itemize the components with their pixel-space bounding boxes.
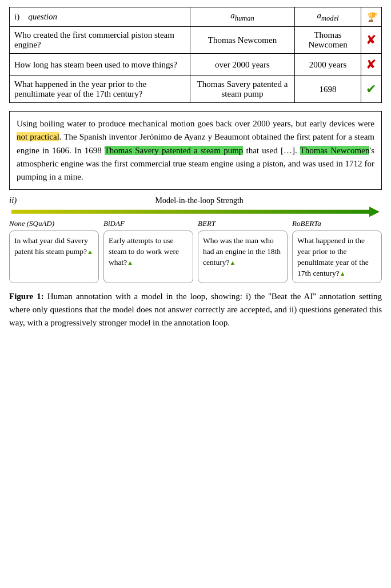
passage-hl2: Thomas Savery patented a steam pump <box>105 146 244 155</box>
strength-arrow-row <box>9 206 382 217</box>
table-cell-a-model: Thomas Newcomen <box>295 27 361 54</box>
passage-box: Using boiling water to produce mechanica… <box>9 111 382 190</box>
triangle-icon: ▲ <box>87 248 93 255</box>
table-cell-a-human: Thomas Newcomen <box>190 27 294 54</box>
model-column: RoBERTaWhat happened in the year prior t… <box>292 219 382 283</box>
table-header-trophy: 🏆 <box>361 7 381 27</box>
table-cell-question: How long has steam been used to move thi… <box>10 54 190 76</box>
triangle-icon: ▲ <box>340 270 346 277</box>
caption: Figure 1: Human annotation with a model … <box>9 290 382 330</box>
caption-text: Human annotation with a model in the loo… <box>9 292 382 328</box>
table-header-a-human: ahuman <box>190 7 294 27</box>
triangle-icon: ▲ <box>127 259 133 266</box>
table-cell-a-human: over 2000 years <box>190 54 294 76</box>
passage-text-before-hl1: Using boiling water to produce mechanica… <box>17 119 374 128</box>
table-cell-question: Who created the first commercial piston … <box>10 27 190 54</box>
model-card: In what year did Savery patent his steam… <box>9 231 99 283</box>
table-header-question: question <box>28 12 57 21</box>
model-card: Early attempts to use steam to do work w… <box>103 231 193 283</box>
model-label: RoBERTa <box>292 219 382 228</box>
section-ii-header: ii) Model-in-the-loop Strength <box>9 196 382 205</box>
table-row: Who created the first commercial piston … <box>10 27 382 54</box>
table-cell-correct: ✔ <box>361 76 381 103</box>
model-column: BiDAFEarly attempts to use steam to do w… <box>103 219 193 283</box>
table-header-a-model: amodel <box>295 7 361 27</box>
passage-text-after-hl2: that used […]. <box>243 146 300 155</box>
table-cell-correct: ✘ <box>361 27 381 54</box>
model-label: BiDAF <box>103 219 193 228</box>
table-header-index: i) question <box>10 7 190 27</box>
table-row: What happened in the year prior to the p… <box>10 76 382 103</box>
strength-arrow <box>11 206 380 217</box>
model-column: BERTWho was the man who had an engine in… <box>198 219 288 283</box>
cross-icon: ✘ <box>366 57 376 71</box>
table-cell-a-model: 2000 years <box>295 54 361 76</box>
checkmark-icon: ✔ <box>366 82 376 96</box>
triangle-icon: ▲ <box>229 259 236 266</box>
model-card: Who was the man who had an engine in the… <box>198 231 288 283</box>
cross-icon: ✘ <box>366 33 376 47</box>
model-cards-container: None (SQuAD)In what year did Savery pate… <box>9 219 382 283</box>
passage-hl1: not practical <box>17 132 59 141</box>
caption-prefix: Figure 1: <box>9 292 47 301</box>
model-card: What happened in the year prior to the p… <box>292 231 382 283</box>
mitl-title: Model-in-the-loop Strength <box>17 196 382 205</box>
section-ii-label: ii) <box>9 196 17 205</box>
passage-hl3: Thomas Newcomen <box>300 146 370 155</box>
table-cell-correct: ✘ <box>361 54 381 76</box>
table-cell-a-human: Thomas Savery patented a steam pump <box>190 76 294 103</box>
table-cell-question: What happened in the year prior to the p… <box>10 76 190 103</box>
model-label: None (SQuAD) <box>9 219 99 228</box>
model-column: None (SQuAD)In what year did Savery pate… <box>9 219 99 283</box>
table-row: How long has steam been used to move thi… <box>10 54 382 76</box>
model-label: BERT <box>198 219 288 228</box>
table-cell-a-model: 1698 <box>295 76 361 103</box>
